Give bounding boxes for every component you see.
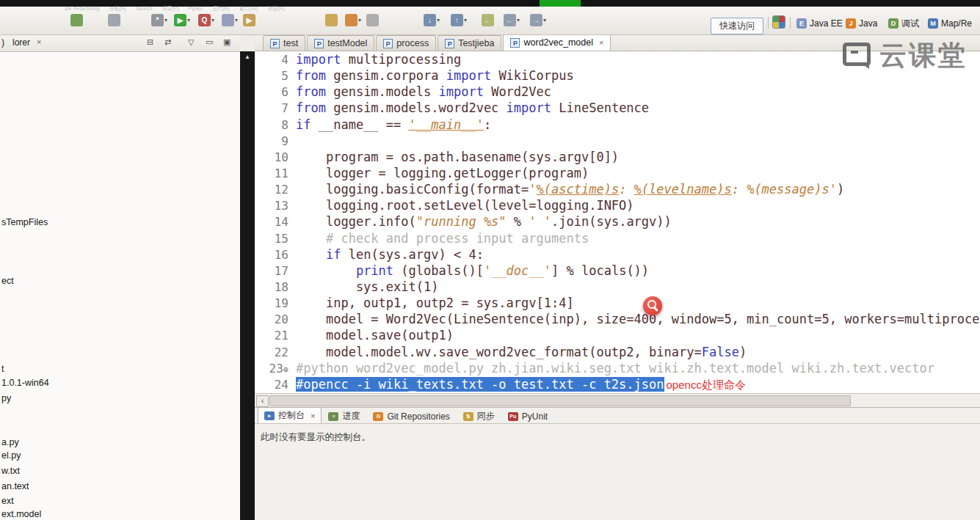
perspective-java-ee[interactable]: EJava EE [796, 16, 843, 31]
save-icon[interactable] [108, 14, 120, 26]
dropdown-arrow-icon[interactable]: ▾ [543, 17, 546, 23]
tree-item-ext-model[interactable]: ext.model [1, 509, 41, 519]
line-number[interactable]: 8 [255, 117, 296, 133]
editor-tab-process[interactable]: Pprocess [376, 35, 436, 51]
menu-item[interactable]: 项目(P) [161, 5, 178, 12]
line-number[interactable]: 18 [255, 279, 296, 296]
tree-item-1-0-1-win64[interactable]: 1.0.1-win64 [1, 378, 49, 388]
new-wizard-icon[interactable]: * [151, 14, 164, 26]
code-line[interactable]: 6from gensim.models import Word2Vec [255, 84, 980, 100]
code-line[interactable]: 12 logging.basicConfig(format='%(asctime… [255, 181, 980, 197]
menu-item[interactable]: 帮助(H) [267, 5, 285, 12]
line-number[interactable]: 4 [255, 52, 296, 68]
dropdown-arrow-icon[interactable]: ▾ [517, 17, 520, 23]
code-line[interactable]: 20 model = Word2Vec(LineSentence(inp), s… [255, 311, 980, 327]
close-icon[interactable]: × [599, 38, 603, 47]
code-line[interactable]: 24#opencc -i wiki_texts.txt -o test.txt … [255, 376, 980, 392]
code-line[interactable]: 14 logger.info("running %s" % ' '.join(s… [255, 213, 980, 230]
line-number[interactable]: 12 [255, 182, 296, 198]
tree-item-w-txt[interactable]: w.txt [1, 466, 20, 476]
scroll-left-icon[interactable]: ‹ [256, 395, 269, 407]
line-number[interactable]: 23⊕ [255, 361, 296, 378]
perspective--[interactable]: D调试 [888, 16, 919, 31]
code-line[interactable]: 15 # check and process input arguments [255, 230, 980, 246]
line-number[interactable]: 16 [255, 247, 296, 263]
code-line[interactable]: 16 if len(sys.argv) < 4: [255, 246, 980, 263]
editor-horizontal-scrollbar[interactable]: ‹ [255, 393, 980, 408]
coverage-icon[interactable] [222, 14, 234, 26]
view-menu-icon[interactable]: ▽ [188, 37, 194, 47]
tree-item-ect[interactable]: ect [1, 276, 14, 286]
tree-item-py[interactable]: py [1, 393, 11, 403]
back-icon[interactable]: ← [504, 14, 516, 26]
editor-tab-word2vec_model[interactable]: Pword2vec_model× [503, 34, 611, 51]
perspective-java[interactable]: JJava [846, 16, 877, 31]
dropdown-arrow-icon[interactable]: ▾ [164, 17, 167, 23]
forward-icon[interactable]: → [530, 14, 542, 26]
line-number[interactable]: 17 [255, 263, 296, 279]
line-number[interactable]: 20 [255, 312, 296, 328]
code-line[interactable]: 21 model.save(outp1) [255, 327, 980, 343]
link-with-editor-icon[interactable]: ⇄ [164, 37, 171, 47]
dropdown-arrow-icon[interactable]: ▾ [358, 17, 361, 23]
tree-item-el-py[interactable]: el.py [1, 450, 21, 461]
code-line[interactable]: 13 logging.root.setLevel(level=logging.I… [255, 197, 980, 213]
editor-tab-test[interactable]: Ptest [263, 35, 305, 51]
console-tab-console[interactable]: ▸控制台× [258, 407, 322, 423]
close-icon[interactable]: × [311, 411, 315, 420]
line-number[interactable]: 22 [255, 345, 296, 361]
run-icon[interactable]: ▶ [174, 14, 186, 26]
menu-item[interactable]: ate Refactoring [65, 5, 99, 12]
tree-item-an-text[interactable]: an.text [1, 481, 29, 491]
menu-item[interactable]: 运行(R) [212, 5, 230, 12]
code-line[interactable]: 18 sys.exit(1) [255, 279, 980, 295]
last-edit-location-icon[interactable]: ← [482, 14, 494, 26]
line-number[interactable]: 15 [255, 231, 296, 247]
line-number[interactable]: 13 [255, 198, 296, 214]
console-tab-git-repositories[interactable]: GGit Repositories [366, 409, 456, 423]
code-editor[interactable]: 4import multiprocessing5from gensim.corp… [255, 51, 980, 393]
editor-tab-testModel[interactable]: PtestModel [307, 35, 374, 51]
prev-annotation-icon[interactable]: ↑ [451, 14, 463, 26]
line-number[interactable]: 19 [255, 296, 296, 312]
line-number[interactable]: 10 [255, 150, 296, 166]
line-number[interactable]: 14 [255, 214, 296, 230]
code-line[interactable]: 4import multiprocessing [255, 51, 980, 67]
line-number[interactable]: 6 [255, 84, 296, 100]
quick-access-button[interactable]: 快速访问 [711, 18, 763, 34]
tree-item-ext[interactable]: ext [1, 496, 14, 506]
console-tab-synchronize[interactable]: ⇅同步 [457, 409, 501, 423]
line-number[interactable]: 11 [255, 166, 296, 182]
line-number[interactable]: 9 [255, 133, 296, 150]
external-tools-icon[interactable]: ▶ [243, 14, 255, 26]
tree-item-a-py[interactable]: a.py [1, 437, 19, 447]
perspective-map-re[interactable]: MMap/Re [928, 16, 972, 31]
menu-item[interactable]: 导航(N) [109, 5, 126, 12]
menu-item[interactable]: 窗口(W) [239, 5, 258, 12]
debug-launch-icon[interactable]: Q [198, 14, 211, 26]
line-number[interactable]: 5 [255, 68, 296, 84]
dropdown-arrow-icon[interactable]: ▾ [211, 17, 214, 23]
dropdown-arrow-icon[interactable]: ▾ [235, 17, 238, 23]
dropdown-arrow-icon[interactable]: ▾ [187, 17, 190, 23]
dropdown-arrow-icon[interactable]: ▾ [437, 17, 440, 23]
menu-item[interactable]: Pydev [189, 5, 203, 12]
debug-icon[interactable] [70, 14, 83, 26]
scrollbar-thumb[interactable] [269, 395, 851, 406]
tree-item-t[interactable]: t [1, 364, 4, 374]
code-line[interactable]: 7from gensim.models.word2vec import Line… [255, 100, 980, 116]
code-line[interactable]: 23⊕#python word2vec_model.py zh.jian.wik… [255, 360, 980, 376]
minimize-icon[interactable]: ▭ [206, 37, 213, 47]
package-explorer-tab[interactable]: lorer [12, 37, 30, 48]
code-line[interactable]: 19 inp, outp1, outp2 = sys.argv[1:4] [255, 295, 980, 311]
code-line[interactable]: 9 [255, 133, 980, 149]
open-perspective-icon[interactable] [772, 15, 785, 29]
line-number[interactable]: 21 [255, 328, 296, 344]
line-number[interactable]: 7 [255, 100, 296, 117]
next-annotation-icon[interactable]: ↓ [424, 14, 436, 26]
search-icon[interactable] [345, 14, 357, 26]
code-line[interactable]: 8if __name__ == '__main__': [255, 117, 980, 133]
maximize-icon[interactable]: ▣ [223, 37, 231, 47]
annotation-icon[interactable] [366, 14, 379, 26]
console-tab-pyunit[interactable]: PuPyUnit [501, 409, 554, 423]
